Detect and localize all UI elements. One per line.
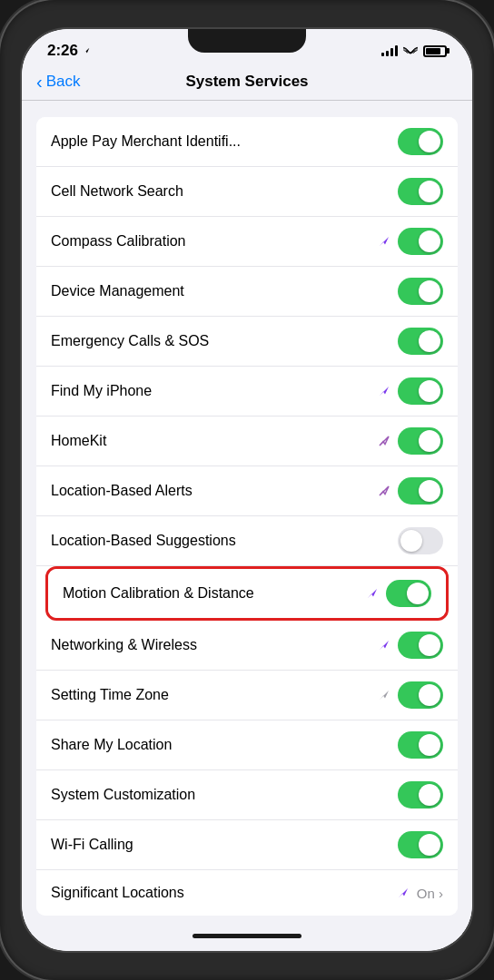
settings-item-label: Apple Pay Merchant Identifi...	[51, 133, 398, 150]
toggle-switch[interactable]	[398, 632, 443, 659]
toggle-switch[interactable]	[398, 228, 443, 255]
settings-item-wifi-calling[interactable]: Wi-Fi Calling	[36, 820, 458, 870]
phone-inner: 2:26	[20, 27, 474, 953]
settings-item-right	[366, 580, 431, 607]
settings-item-compass[interactable]: Compass Calibration	[36, 217, 458, 267]
toggle-switch[interactable]	[398, 377, 443, 405]
back-button[interactable]: ‹ Back	[36, 73, 80, 91]
toggle-knob	[419, 131, 440, 152]
back-chevron-icon: ‹	[36, 73, 43, 91]
settings-item-share-location[interactable]: Share My Location	[36, 720, 458, 770]
toggle-switch[interactable]	[398, 731, 443, 759]
settings-item-find-iphone[interactable]: Find My iPhone	[36, 367, 458, 416]
toggle-switch[interactable]	[386, 580, 431, 607]
back-label: Back	[46, 73, 81, 91]
time-display: 2:26	[47, 42, 78, 60]
location-arrow-gray-icon	[378, 689, 390, 701]
toggle-knob	[407, 583, 429, 604]
toggle-switch[interactable]	[398, 831, 443, 858]
settings-item-label: Setting Time Zone	[51, 687, 378, 703]
toggle-knob	[419, 380, 440, 402]
toggle-switch[interactable]	[398, 527, 443, 554]
toggle-switch[interactable]	[398, 781, 443, 808]
toggle-knob	[419, 280, 440, 302]
settings-item-label: Compass Calibration	[51, 233, 378, 250]
settings-item-right	[378, 632, 443, 659]
settings-item-label: Emergency Calls & SOS	[51, 333, 398, 349]
settings-item-label: System Customization	[51, 787, 398, 803]
phone-screen: 2:26	[22, 29, 472, 951]
toggle-switch[interactable]	[398, 128, 443, 155]
notch	[188, 29, 306, 53]
location-arrow-outline-icon	[378, 435, 390, 447]
settings-item-networking[interactable]: Networking & Wireless	[36, 621, 458, 671]
location-arrow-status-icon	[82, 46, 91, 55]
settings-item-location-suggestions[interactable]: Location-Based Suggestions	[36, 516, 458, 566]
settings-item-label: Cell Network Search	[51, 183, 398, 200]
settings-item-cell-network[interactable]: Cell Network Search	[36, 167, 458, 217]
settings-item-label: HomeKit	[51, 433, 378, 449]
settings-item-right	[398, 781, 443, 808]
settings-item-motion-calibration[interactable]: Motion Calibration & Distance	[48, 569, 446, 618]
toggle-switch[interactable]	[398, 328, 443, 355]
settings-item-emergency[interactable]: Emergency Calls & SOS	[36, 317, 458, 367]
settings-item-right	[398, 731, 443, 759]
toggle-knob	[419, 684, 440, 706]
settings-item-label: Find My iPhone	[51, 383, 378, 399]
settings-item-system-custom[interactable]: System Customization	[36, 770, 458, 820]
toggle-switch[interactable]	[398, 681, 443, 709]
battery-fill	[426, 48, 440, 54]
scroll-area[interactable]: Apple Pay Merchant Identifi... Cell Netw…	[22, 101, 472, 926]
status-time: 2:26	[47, 42, 91, 60]
settings-item-significant[interactable]: Significant Locations On ›	[36, 870, 458, 916]
settings-item-label: Networking & Wireless	[51, 637, 378, 653]
location-arrow-icon	[378, 385, 390, 397]
value-text: On ›	[417, 886, 443, 901]
settings-item-right	[398, 278, 443, 305]
battery-icon	[423, 45, 447, 57]
toggle-knob	[400, 530, 422, 552]
settings-item-label: Location-Based Alerts	[51, 483, 378, 499]
settings-item-label: Device Management	[51, 283, 398, 299]
settings-item-timezone[interactable]: Setting Time Zone	[36, 671, 458, 720]
settings-item-label: Wi-Fi Calling	[51, 837, 398, 853]
toggle-knob	[419, 181, 440, 202]
location-arrow-icon	[397, 887, 410, 899]
toggle-switch[interactable]	[398, 278, 443, 305]
settings-item-right	[378, 228, 443, 255]
location-arrow-icon	[378, 639, 390, 652]
home-indicator	[193, 934, 301, 938]
nav-bar: ‹ Back System Services	[22, 65, 472, 101]
wifi-icon	[403, 44, 418, 58]
settings-item-right	[398, 527, 443, 554]
settings-item-right	[378, 377, 443, 405]
toggle-switch[interactable]	[398, 427, 443, 455]
location-arrow-icon	[366, 587, 379, 600]
settings-item-apple-pay[interactable]: Apple Pay Merchant Identifi...	[36, 117, 458, 167]
settings-item-right	[378, 427, 443, 455]
settings-item-right	[378, 681, 443, 709]
settings-item-label: Location-Based Suggestions	[51, 533, 398, 549]
settings-item-right: On ›	[397, 886, 443, 901]
toggle-knob	[419, 330, 440, 352]
toggle-switch[interactable]	[398, 178, 443, 205]
toggle-knob	[419, 230, 440, 252]
settings-item-right	[398, 128, 443, 155]
toggle-knob	[419, 430, 440, 452]
settings-item-location-alerts[interactable]: Location-Based Alerts	[36, 466, 458, 516]
toggle-switch[interactable]	[398, 477, 443, 505]
toggle-knob	[419, 634, 440, 656]
toggle-knob	[419, 834, 440, 856]
settings-item-label: Share My Location	[51, 737, 398, 753]
toggle-knob	[419, 784, 440, 806]
settings-item-right	[378, 477, 443, 505]
highlighted-container: Motion Calibration & Distance	[45, 566, 449, 621]
location-arrow-outline-icon	[378, 485, 390, 497]
settings-item-right	[398, 831, 443, 858]
settings-item-right	[398, 178, 443, 205]
toggle-knob	[419, 480, 440, 502]
settings-list: Apple Pay Merchant Identifi... Cell Netw…	[36, 117, 458, 916]
settings-item-homekit[interactable]: HomeKit	[36, 416, 458, 466]
status-icons	[381, 44, 447, 58]
settings-item-device-mgmt[interactable]: Device Management	[36, 267, 458, 317]
